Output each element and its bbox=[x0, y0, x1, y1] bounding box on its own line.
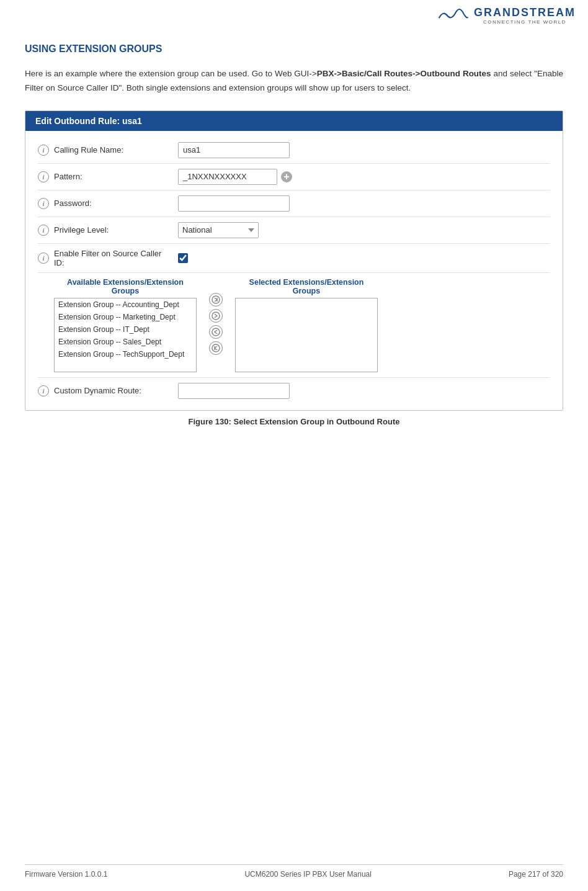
enable-filter-row: i Enable Filter on Source CallerID: bbox=[38, 245, 550, 271]
pattern-area: + bbox=[178, 169, 292, 185]
privilege-level-label: Privilege Level: bbox=[54, 225, 178, 235]
svg-point-1 bbox=[212, 312, 220, 320]
divider5 bbox=[38, 272, 550, 273]
divider3 bbox=[38, 217, 550, 217]
password-input[interactable] bbox=[178, 195, 290, 212]
list-item[interactable]: Extension Group -- Accounting_Dept bbox=[55, 298, 196, 311]
svg-point-2 bbox=[212, 328, 220, 336]
svg-point-0 bbox=[212, 296, 220, 303]
move-left-button[interactable] bbox=[209, 325, 223, 339]
brand-name: GRANDSTREAM bbox=[474, 6, 576, 19]
custom-dynamic-info-icon: i bbox=[38, 385, 49, 396]
divider6 bbox=[38, 377, 550, 378]
password-label: Password: bbox=[54, 199, 178, 208]
extension-transfer-controls bbox=[209, 278, 223, 355]
figure-caption: Figure 130: Select Extension Group in Ou… bbox=[25, 417, 563, 426]
move-right-button[interactable] bbox=[209, 309, 223, 323]
list-item[interactable]: Extension Group -- Sales_Dept bbox=[55, 336, 196, 348]
form-header: Edit Outbound Rule: usa1 bbox=[25, 111, 563, 131]
page-footer: Firmware Version 1.0.0.1 UCM6200 Series … bbox=[25, 864, 563, 879]
custom-dynamic-route-row: i Custom Dynamic Route: bbox=[38, 379, 550, 403]
selected-extensions-column: Selected Extensions/Extension Groups bbox=[235, 278, 378, 372]
intro-text-start: Here is an example where the extension g… bbox=[25, 69, 317, 78]
extensions-section: Available Extensions/Extension Groups Ex… bbox=[38, 278, 550, 372]
pattern-label: Pattern: bbox=[54, 172, 178, 181]
selected-extensions-list[interactable] bbox=[235, 298, 378, 372]
enable-filter-checkbox[interactable] bbox=[178, 253, 188, 263]
logo-wave-icon bbox=[438, 6, 469, 25]
password-info-icon: i bbox=[38, 198, 49, 209]
logo-area: GRANDSTREAM CONNECTING THE WORLD bbox=[438, 6, 576, 25]
move-all-left-button[interactable] bbox=[209, 341, 223, 355]
selected-extensions-header: Selected Extensions/Extension Groups bbox=[235, 278, 378, 295]
pattern-input[interactable] bbox=[178, 169, 277, 185]
divider1 bbox=[38, 163, 550, 164]
footer-manual-title: UCM6200 Series IP PBX User Manual bbox=[244, 870, 372, 879]
footer-page-number: Page 217 of 320 bbox=[509, 870, 563, 879]
divider2 bbox=[38, 190, 550, 190]
privilege-level-info-icon: i bbox=[38, 225, 49, 236]
intro-bold-pbx: PBX->Basic/Call Routes-> bbox=[317, 69, 421, 78]
calling-rule-name-label: Calling Rule Name: bbox=[54, 145, 178, 154]
edit-outbound-rule-form: Edit Outbound Rule: usa1 i Calling Rule … bbox=[25, 110, 563, 411]
divider4 bbox=[38, 243, 550, 244]
extensions-grid: Available Extensions/Extension Groups Ex… bbox=[54, 278, 550, 372]
move-all-right-button[interactable] bbox=[209, 293, 223, 307]
pattern-row: i Pattern: + bbox=[38, 165, 550, 189]
calling-rule-name-info-icon: i bbox=[38, 145, 49, 156]
list-item[interactable]: Extension Group -- TechSupport_Dept bbox=[55, 348, 196, 360]
privilege-level-row: i Privilege Level: Internal Local Nation… bbox=[38, 218, 550, 242]
calling-rule-name-row: i Calling Rule Name: bbox=[38, 138, 550, 162]
section-title: USING EXTENSION GROUPS bbox=[25, 43, 563, 55]
intro-bold-outbound: Outbound Routes bbox=[420, 69, 491, 78]
brand-tagline: CONNECTING THE WORLD bbox=[474, 19, 576, 25]
custom-dynamic-label: Custom Dynamic Route: bbox=[54, 386, 178, 395]
calling-rule-name-input[interactable] bbox=[178, 142, 290, 158]
enable-filter-label: Enable Filter on Source CallerID: bbox=[54, 249, 178, 267]
footer-firmware: Firmware Version 1.0.0.1 bbox=[25, 870, 107, 879]
available-extensions-column: Available Extensions/Extension Groups Ex… bbox=[54, 278, 197, 372]
available-extensions-header: Available Extensions/Extension Groups bbox=[54, 278, 197, 295]
password-row: i Password: bbox=[38, 192, 550, 215]
list-item[interactable]: Extension Group -- Marketing_Dept bbox=[55, 311, 196, 323]
intro-paragraph: Here is an example where the extension g… bbox=[25, 67, 563, 96]
list-item[interactable]: Extension Group -- IT_Dept bbox=[55, 323, 196, 336]
pattern-info-icon: i bbox=[38, 171, 49, 182]
available-extensions-list[interactable]: Extension Group -- Accounting_Dept Exten… bbox=[54, 298, 197, 372]
enable-filter-info-icon: i bbox=[38, 253, 49, 264]
svg-point-3 bbox=[212, 344, 220, 352]
form-body: i Calling Rule Name: i Pattern: + i Pass… bbox=[25, 131, 563, 410]
add-pattern-icon[interactable]: + bbox=[281, 171, 292, 182]
privilege-level-select[interactable]: Internal Local National International bbox=[178, 222, 259, 238]
custom-dynamic-input[interactable] bbox=[178, 383, 290, 399]
